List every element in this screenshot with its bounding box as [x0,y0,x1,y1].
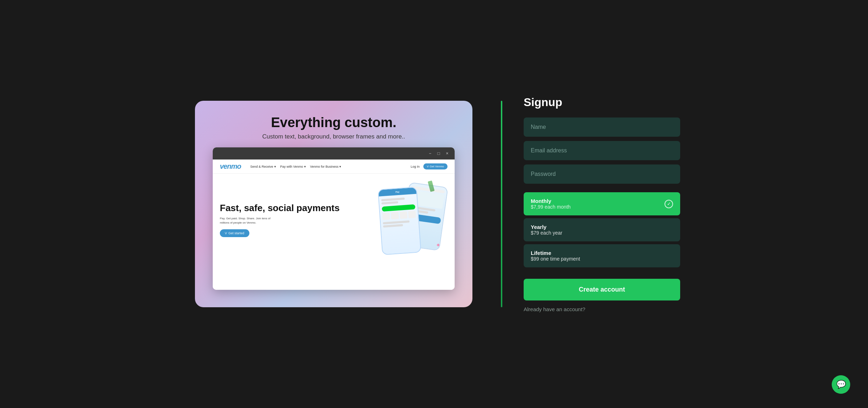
password-input[interactable] [524,164,680,184]
email-input[interactable] [524,141,680,160]
monthly-name: Monthly [531,198,571,204]
browser-titlebar: − □ × [213,147,455,159]
right-panel: Signup Monthly $7,99 each month ✓ Yearly… [524,96,680,312]
venmo-phones: Pay [376,181,448,259]
yearly-price: $79 each year [531,230,562,236]
minimize-button[interactable]: − [428,151,433,156]
phone-pay-btn [382,204,416,212]
venmo-hero-heading: Fast, safe, social payments [220,203,340,213]
chat-icon: 💬 [836,380,846,389]
phone-front: Pay [378,187,422,255]
phone-front-content [379,194,419,230]
yearly-option[interactable]: Yearly $79 each year [524,218,680,241]
lifetime-price: $99 one time payment [531,256,580,262]
venmo-hero-text: Fast, safe, social payments Pay. Get pai… [220,203,340,237]
venmo-nav: venmo Send & Receive ▾ Pay with Venmo ▾ … [213,159,455,174]
create-account-button[interactable]: Create account [524,279,680,300]
mockup-title: Everything custom. [262,115,405,130]
venmo-get-venmo-button[interactable]: V Get Venmo [423,163,448,169]
browser-content: venmo Send & Receive ▾ Pay with Venmo ▾ … [213,159,455,290]
main-container: Everything custom. Custom text, backgrou… [0,0,868,408]
venmo-cta-label: Get started [228,231,244,235]
left-panel: Everything custom. Custom text, backgrou… [188,101,480,307]
browser-window: − □ × venmo Send & Receive ▾ Pay with Ve… [213,147,455,290]
venmo-login-link[interactable]: Log In [411,165,420,168]
maximize-button[interactable]: □ [436,151,441,156]
venmo-cta-button[interactable]: V Get started [220,229,249,237]
monthly-text: Monthly $7,99 each month [531,198,571,210]
vertical-divider [501,101,502,307]
venmo-get-venmo-label: Get Venmo [430,165,444,168]
venmo-nav-right: Log In V Get Venmo [411,163,448,169]
lifetime-text: Lifetime $99 one time payment [531,250,580,262]
name-input[interactable] [524,117,680,137]
signup-title: Signup [524,96,680,109]
already-account-text: Already have an account? [524,306,680,312]
monthly-check-icon: ✓ [665,200,673,208]
venmo-hero-body: Pay. Get paid. Shop. Share. Join tens of… [220,216,277,225]
monthly-price: $7,99 each month [531,204,571,210]
venmo-cta-icon: V [225,231,227,235]
chat-button[interactable]: 💬 [832,375,850,394]
decoration-star: ✦ [436,242,440,249]
yearly-text: Yearly $79 each year [531,224,562,236]
form-fields-group [524,117,680,188]
venmo-hero: Fast, safe, social payments Pay. Get pai… [213,174,455,266]
monthly-option[interactable]: Monthly $7,99 each month ✓ [524,192,680,215]
venmo-v-icon: V [427,165,429,168]
mockup-subtitle: Custom text, background, browser frames … [262,133,405,140]
lifetime-option[interactable]: Lifetime $99 one time payment [524,244,680,267]
pricing-options: Monthly $7,99 each month ✓ Yearly $79 ea… [524,192,680,270]
venmo-nav-business[interactable]: Venmo for Business ▾ [310,165,342,168]
venmo-nav-send[interactable]: Send & Receive ▾ [250,165,276,168]
venmo-nav-pay[interactable]: Pay with Venmo ▾ [280,165,306,168]
venmo-nav-links: Send & Receive ▾ Pay with Venmo ▾ Venmo … [250,165,405,168]
close-button[interactable]: × [445,151,450,156]
browser-mockup: Everything custom. Custom text, backgrou… [195,101,472,307]
venmo-logo: venmo [220,162,241,171]
yearly-name: Yearly [531,224,562,230]
mockup-header: Everything custom. Custom text, backgrou… [262,115,405,140]
lifetime-name: Lifetime [531,250,580,256]
